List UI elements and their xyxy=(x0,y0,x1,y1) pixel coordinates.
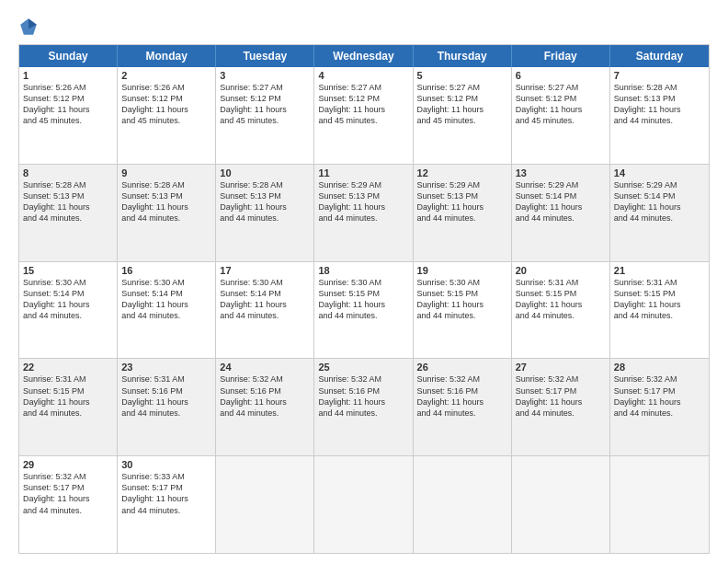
cell-4-5 xyxy=(512,456,610,553)
day-number: 18 xyxy=(318,265,408,276)
calendar-row-2: 15Sunrise: 5:30 AM Sunset: 5:14 PM Dayli… xyxy=(19,261,709,359)
day-number: 3 xyxy=(220,70,310,81)
day-info: Sunrise: 5:33 AM Sunset: 5:17 PM Dayligh… xyxy=(121,472,188,514)
cell-0-0: 1Sunrise: 5:26 AM Sunset: 5:12 PM Daylig… xyxy=(19,67,118,164)
header-friday: Friday xyxy=(512,45,610,67)
cell-4-2 xyxy=(216,456,314,553)
day-info: Sunrise: 5:28 AM Sunset: 5:13 PM Dayligh… xyxy=(23,180,90,223)
day-info: Sunrise: 5:31 AM Sunset: 5:15 PM Dayligh… xyxy=(614,278,681,320)
day-number: 26 xyxy=(417,362,507,373)
day-number: 24 xyxy=(220,362,310,373)
day-number: 10 xyxy=(220,167,310,178)
day-info: Sunrise: 5:27 AM Sunset: 5:12 PM Dayligh… xyxy=(220,83,287,125)
day-number: 22 xyxy=(23,362,113,373)
day-number: 16 xyxy=(121,265,211,276)
logo-icon xyxy=(18,17,39,37)
day-number: 13 xyxy=(516,167,606,178)
cell-0-5: 6Sunrise: 5:27 AM Sunset: 5:12 PM Daylig… xyxy=(512,67,610,164)
day-info: Sunrise: 5:32 AM Sunset: 5:17 PM Dayligh… xyxy=(516,374,583,417)
day-number: 14 xyxy=(614,167,705,178)
day-info: Sunrise: 5:29 AM Sunset: 5:14 PM Dayligh… xyxy=(516,180,583,223)
day-info: Sunrise: 5:32 AM Sunset: 5:17 PM Dayligh… xyxy=(614,374,681,417)
day-number: 15 xyxy=(23,265,113,276)
cell-4-0: 29Sunrise: 5:32 AM Sunset: 5:17 PM Dayli… xyxy=(19,456,118,553)
day-number: 2 xyxy=(121,70,211,81)
day-number: 23 xyxy=(121,362,211,373)
day-number: 8 xyxy=(23,167,113,178)
cell-3-0: 22Sunrise: 5:31 AM Sunset: 5:15 PM Dayli… xyxy=(19,359,118,455)
cell-2-6: 21Sunrise: 5:31 AM Sunset: 5:15 PM Dayli… xyxy=(610,262,709,359)
logo xyxy=(18,17,42,37)
day-number: 29 xyxy=(23,459,113,470)
day-number: 27 xyxy=(516,362,606,373)
day-number: 30 xyxy=(121,459,211,470)
day-number: 9 xyxy=(121,167,211,178)
cell-0-3: 4Sunrise: 5:27 AM Sunset: 5:12 PM Daylig… xyxy=(314,67,413,164)
day-info: Sunrise: 5:32 AM Sunset: 5:16 PM Dayligh… xyxy=(220,374,287,417)
header-sunday: Sunday xyxy=(19,45,118,67)
calendar-row-1: 8Sunrise: 5:28 AM Sunset: 5:13 PM Daylig… xyxy=(19,164,709,261)
day-info: Sunrise: 5:26 AM Sunset: 5:12 PM Dayligh… xyxy=(23,83,90,125)
cell-2-2: 17Sunrise: 5:30 AM Sunset: 5:14 PM Dayli… xyxy=(216,262,314,359)
day-number: 25 xyxy=(318,362,408,373)
cell-1-4: 12Sunrise: 5:29 AM Sunset: 5:13 PM Dayli… xyxy=(414,165,512,261)
day-info: Sunrise: 5:29 AM Sunset: 5:13 PM Dayligh… xyxy=(318,180,385,223)
day-info: Sunrise: 5:31 AM Sunset: 5:15 PM Dayligh… xyxy=(516,278,583,320)
cell-3-2: 24Sunrise: 5:32 AM Sunset: 5:16 PM Dayli… xyxy=(216,359,314,455)
day-info: Sunrise: 5:28 AM Sunset: 5:13 PM Dayligh… xyxy=(121,180,188,223)
cell-4-4 xyxy=(414,456,512,553)
day-info: Sunrise: 5:31 AM Sunset: 5:16 PM Dayligh… xyxy=(121,374,188,417)
cell-1-6: 14Sunrise: 5:29 AM Sunset: 5:14 PM Dayli… xyxy=(610,165,709,261)
cell-1-1: 9Sunrise: 5:28 AM Sunset: 5:13 PM Daylig… xyxy=(118,165,216,261)
day-info: Sunrise: 5:30 AM Sunset: 5:14 PM Dayligh… xyxy=(121,278,188,320)
day-info: Sunrise: 5:27 AM Sunset: 5:12 PM Dayligh… xyxy=(516,83,583,125)
day-info: Sunrise: 5:32 AM Sunset: 5:16 PM Dayligh… xyxy=(318,374,385,417)
day-number: 19 xyxy=(417,265,507,276)
cell-1-3: 11Sunrise: 5:29 AM Sunset: 5:13 PM Dayli… xyxy=(314,165,413,261)
day-info: Sunrise: 5:26 AM Sunset: 5:12 PM Dayligh… xyxy=(121,83,188,125)
calendar-row-4: 29Sunrise: 5:32 AM Sunset: 5:17 PM Dayli… xyxy=(19,455,709,553)
cell-3-3: 25Sunrise: 5:32 AM Sunset: 5:16 PM Dayli… xyxy=(314,359,413,455)
cell-0-6: 7Sunrise: 5:28 AM Sunset: 5:13 PM Daylig… xyxy=(610,67,709,164)
cell-4-6 xyxy=(610,456,709,553)
header-tuesday: Tuesday xyxy=(216,45,314,67)
cell-3-5: 27Sunrise: 5:32 AM Sunset: 5:17 PM Dayli… xyxy=(512,359,610,455)
day-info: Sunrise: 5:30 AM Sunset: 5:15 PM Dayligh… xyxy=(417,278,484,320)
cell-1-5: 13Sunrise: 5:29 AM Sunset: 5:14 PM Dayli… xyxy=(512,165,610,261)
day-info: Sunrise: 5:32 AM Sunset: 5:17 PM Dayligh… xyxy=(23,472,90,514)
cell-2-5: 20Sunrise: 5:31 AM Sunset: 5:15 PM Dayli… xyxy=(512,262,610,359)
day-info: Sunrise: 5:31 AM Sunset: 5:15 PM Dayligh… xyxy=(23,374,90,417)
day-number: 11 xyxy=(318,167,408,178)
day-number: 20 xyxy=(516,265,606,276)
day-info: Sunrise: 5:30 AM Sunset: 5:14 PM Dayligh… xyxy=(220,278,287,320)
cell-4-3 xyxy=(314,456,413,553)
cell-1-0: 8Sunrise: 5:28 AM Sunset: 5:13 PM Daylig… xyxy=(19,165,118,261)
cell-3-1: 23Sunrise: 5:31 AM Sunset: 5:16 PM Dayli… xyxy=(118,359,216,455)
day-info: Sunrise: 5:32 AM Sunset: 5:16 PM Dayligh… xyxy=(417,374,484,417)
day-info: Sunrise: 5:28 AM Sunset: 5:13 PM Dayligh… xyxy=(220,180,287,223)
cell-0-4: 5Sunrise: 5:27 AM Sunset: 5:12 PM Daylig… xyxy=(414,67,512,164)
day-number: 6 xyxy=(516,70,606,81)
day-info: Sunrise: 5:29 AM Sunset: 5:14 PM Dayligh… xyxy=(614,180,681,223)
calendar-row-0: 1Sunrise: 5:26 AM Sunset: 5:12 PM Daylig… xyxy=(19,67,709,164)
day-number: 5 xyxy=(417,70,507,81)
cell-3-4: 26Sunrise: 5:32 AM Sunset: 5:16 PM Dayli… xyxy=(414,359,512,455)
day-number: 4 xyxy=(318,70,408,81)
day-info: Sunrise: 5:28 AM Sunset: 5:13 PM Dayligh… xyxy=(614,83,681,125)
header xyxy=(18,17,710,37)
cell-0-1: 2Sunrise: 5:26 AM Sunset: 5:12 PM Daylig… xyxy=(118,67,216,164)
day-info: Sunrise: 5:29 AM Sunset: 5:13 PM Dayligh… xyxy=(417,180,484,223)
cell-0-2: 3Sunrise: 5:27 AM Sunset: 5:12 PM Daylig… xyxy=(216,67,314,164)
day-number: 17 xyxy=(220,265,310,276)
cell-4-1: 30Sunrise: 5:33 AM Sunset: 5:17 PM Dayli… xyxy=(118,456,216,553)
cell-2-0: 15Sunrise: 5:30 AM Sunset: 5:14 PM Dayli… xyxy=(19,262,118,359)
day-info: Sunrise: 5:30 AM Sunset: 5:15 PM Dayligh… xyxy=(318,278,385,320)
calendar: Sunday Monday Tuesday Wednesday Thursday… xyxy=(18,44,710,554)
day-number: 7 xyxy=(614,70,705,81)
header-monday: Monday xyxy=(118,45,216,67)
calendar-row-3: 22Sunrise: 5:31 AM Sunset: 5:15 PM Dayli… xyxy=(19,358,709,455)
cell-2-3: 18Sunrise: 5:30 AM Sunset: 5:15 PM Dayli… xyxy=(314,262,413,359)
cell-1-2: 10Sunrise: 5:28 AM Sunset: 5:13 PM Dayli… xyxy=(216,165,314,261)
calendar-header: Sunday Monday Tuesday Wednesday Thursday… xyxy=(19,45,709,67)
day-number: 1 xyxy=(23,70,113,81)
